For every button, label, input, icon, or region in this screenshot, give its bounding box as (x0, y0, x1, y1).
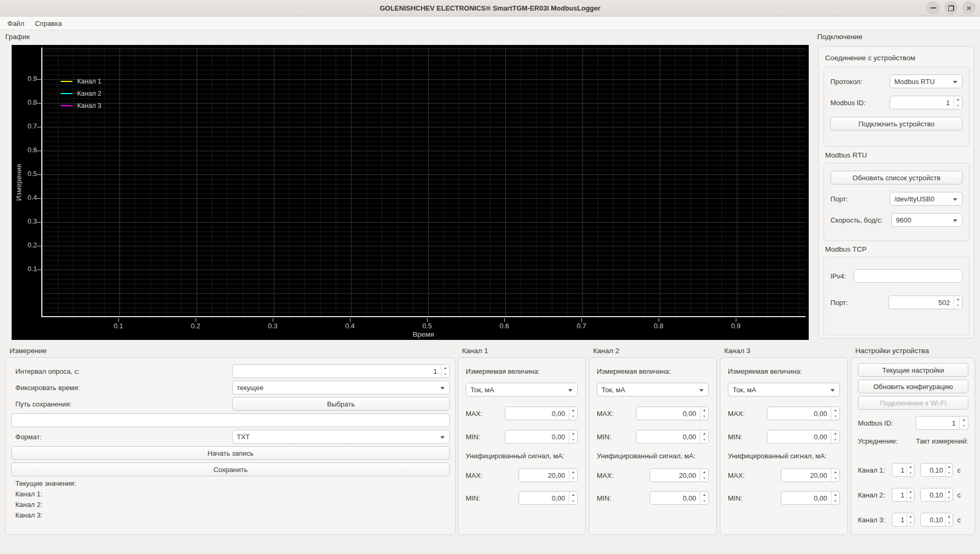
channel3-min-spinner[interactable]: 0,00 ▲▼ (767, 430, 840, 444)
save-path-input[interactable] (11, 413, 450, 427)
spinner-arrows[interactable]: ▲▼ (441, 365, 449, 377)
spinner-arrows[interactable]: ▲▼ (954, 96, 962, 109)
channel1-unified-max-spinner[interactable]: 20,00 ▲▼ (519, 468, 578, 482)
spinner-arrows[interactable]: ▲▼ (945, 488, 953, 501)
spinner-arrows[interactable]: ▲▼ (569, 469, 577, 482)
channel3-section-label: Канал 3 (724, 347, 750, 355)
max-label: MAX: (466, 410, 483, 418)
min-label: MIN: (597, 433, 611, 441)
x-tick-mark (504, 318, 505, 322)
plot-area[interactable] (41, 48, 806, 317)
channel1-averaging-spinner[interactable]: 1 ▲▼ (892, 463, 914, 477)
channel1-max-spinner[interactable]: 0,00 ▲▼ (505, 407, 578, 420)
modbus-tcp-box: IPv4: Порт: 502 ▲▼ (824, 257, 969, 335)
unified-max-label: MAX: (597, 472, 614, 479)
spinner-arrows[interactable]: ▲▼ (945, 513, 953, 526)
spinner-arrows[interactable]: ▲▼ (700, 407, 708, 420)
modbus-id-label: Modbus ID: (830, 99, 865, 107)
y-tick-mark (37, 198, 41, 199)
legend-item: Канал 1 (61, 75, 101, 87)
ipv4-input[interactable] (854, 269, 963, 283)
channel3-averaging-spinner[interactable]: 1 ▲▼ (892, 513, 914, 527)
current-settings-button[interactable]: Текущие настройки (858, 363, 968, 377)
close-icon: × (966, 4, 972, 13)
channel2-quantity-select[interactable]: Ток, мА (597, 383, 709, 396)
x-tick-label: 0.3 (257, 322, 289, 330)
chart-legend[interactable]: Канал 1Канал 2Канал 3 (61, 75, 101, 112)
channel3-quantity-select[interactable]: Ток, мА (728, 383, 840, 396)
channel2-max-spinner[interactable]: 0,00 ▲▼ (636, 407, 709, 420)
rtu-port-select[interactable]: /dev/ttyUSB0 (890, 192, 963, 206)
baud-select[interactable]: 9600 (891, 213, 963, 227)
wifi-connect-button[interactable]: Подключение к Wi-Fi (858, 396, 968, 410)
format-select[interactable]: TXT (232, 430, 450, 444)
spinner-arrows[interactable]: ▲▼ (954, 296, 962, 309)
fix-time-select[interactable]: текущее (232, 381, 450, 394)
channel3-max-spinner[interactable]: 0,00 ▲▼ (767, 407, 840, 420)
x-tick-label: 0.1 (103, 322, 134, 330)
legend-line-sample (61, 93, 72, 94)
device-modbus-id-spinner[interactable]: 1 ▲▼ (916, 416, 968, 430)
spinner-arrows[interactable]: ▲▼ (700, 492, 708, 504)
legend-series-label: Канал 1 (77, 78, 101, 85)
measurement-panel: Интервал опроса, с: 1 ▲▼ Фиксировать вре… (5, 357, 456, 535)
connect-device-button[interactable]: Подключить устройство (830, 117, 963, 131)
save-button[interactable]: Сохранить (11, 463, 450, 476)
channel2-unified-min-spinner[interactable]: 0,00 ▲▼ (650, 491, 709, 505)
menu-help[interactable]: Справка (30, 18, 67, 29)
channel1-quantity-select[interactable]: Ток, мА (466, 383, 578, 396)
unified-min-label: MIN: (728, 494, 742, 502)
y-tick-mark (37, 127, 41, 127)
spinner-arrows[interactable]: ▲▼ (907, 464, 914, 476)
x-tick-label: 0.2 (180, 322, 211, 330)
rtu-port-label: Порт: (830, 195, 848, 203)
legend-series-label: Канал 3 (77, 102, 101, 109)
spinner-arrows[interactable]: ▲▼ (831, 430, 839, 443)
spinner-arrows[interactable]: ▲▼ (959, 417, 968, 429)
channel2-averaging-spinner[interactable]: 1 ▲▼ (892, 488, 914, 502)
spinner-arrows[interactable]: ▲▼ (831, 407, 839, 420)
channel3-unified-max-spinner[interactable]: 20,00 ▲▼ (781, 468, 840, 482)
modbus-id-spinner[interactable]: 1 ▲▼ (890, 96, 963, 109)
min-label: MIN: (466, 433, 480, 441)
minimize-button[interactable] (926, 1, 940, 15)
spinner-arrows[interactable]: ▲▼ (831, 492, 839, 504)
update-config-button[interactable]: Обновить конфигурацию (858, 380, 968, 393)
min-label: MIN: (728, 433, 742, 441)
menu-file[interactable]: Файл (2, 18, 30, 29)
legend-line-sample (61, 81, 72, 82)
y-tick-mark (37, 222, 41, 223)
spinner-arrows[interactable]: ▲▼ (907, 513, 914, 526)
channel3-unified-min-spinner[interactable]: 0,00 ▲▼ (781, 491, 840, 505)
avg-channel2-label: Канал 2: (858, 491, 889, 499)
choose-path-button[interactable]: Выбрать (232, 397, 450, 411)
channel2-tick-spinner[interactable]: 0,10 ▲▼ (920, 488, 953, 502)
interval-spinner[interactable]: 1 ▲▼ (232, 364, 450, 378)
channel2-unified-max-spinner[interactable]: 20,00 ▲▼ (650, 468, 709, 482)
restore-button[interactable] (944, 1, 958, 15)
spinner-arrows[interactable]: ▲▼ (700, 430, 708, 443)
start-record-button[interactable]: Начать запись (11, 446, 450, 460)
application-window: GOLENISHCHEV ELECTRONICS® SmartTGM-ER03I… (0, 0, 980, 554)
channel1-unified-min-spinner[interactable]: 0,00 ▲▼ (519, 491, 578, 505)
channel3-panel: Измеряемая величина: Ток, мА MAX: 0,00 ▲… (720, 357, 848, 535)
spinner-arrows[interactable]: ▲▼ (569, 492, 577, 504)
close-button[interactable]: × (962, 1, 976, 15)
spinner-arrows[interactable]: ▲▼ (831, 469, 839, 482)
x-tick-label: 0.8 (643, 322, 674, 330)
spinner-arrows[interactable]: ▲▼ (569, 407, 577, 420)
channel3-tick-spinner[interactable]: 0,10 ▲▼ (920, 513, 953, 527)
spinner-arrows[interactable]: ▲▼ (907, 488, 914, 501)
channel2-min-spinner[interactable]: 0,00 ▲▼ (636, 430, 709, 444)
protocol-select[interactable]: Modbus RTU (890, 75, 963, 88)
spinner-arrows[interactable]: ▲▼ (700, 469, 708, 482)
spinner-arrows[interactable]: ▲▼ (945, 464, 953, 476)
refresh-devices-button[interactable]: Обновить список устройств (830, 171, 963, 184)
channel1-tick-spinner[interactable]: 0,10 ▲▼ (920, 463, 953, 477)
channel1-min-spinner[interactable]: 0,00 ▲▼ (505, 430, 578, 444)
connection-panel: Соединение с устройством Протокол: Modbu… (818, 46, 974, 338)
chart-section-label: График (5, 33, 30, 41)
save-path-label: Путь сохранения: (11, 400, 71, 408)
tcp-port-spinner[interactable]: 502 ▲▼ (889, 296, 963, 309)
spinner-arrows[interactable]: ▲▼ (569, 430, 577, 443)
